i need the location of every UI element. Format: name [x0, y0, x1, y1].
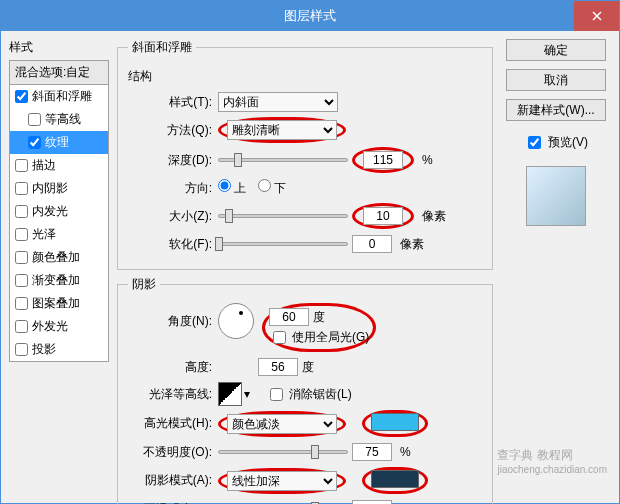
direction-up-radio[interactable] — [218, 179, 231, 192]
style-item-label: 外发光 — [32, 318, 68, 335]
ok-button[interactable]: 确定 — [506, 39, 606, 61]
soften-input[interactable] — [352, 235, 392, 253]
altitude-input[interactable] — [258, 358, 298, 376]
style-item-checkbox[interactable] — [15, 159, 28, 172]
new-style-button[interactable]: 新建样式(W)... — [506, 99, 606, 121]
shadow-opacity-input[interactable] — [352, 500, 392, 504]
technique-select[interactable]: 雕刻清晰 — [227, 120, 337, 140]
style-list-item[interactable]: 内发光 — [10, 200, 108, 223]
size-label: 大小(Z): — [128, 208, 218, 225]
style-list-item[interactable]: 光泽 — [10, 223, 108, 246]
style-item-checkbox[interactable] — [15, 228, 28, 241]
style-label: 样式(T): — [128, 94, 218, 111]
styles-group-label: 样式 — [9, 39, 109, 56]
altitude-label: 高度: — [128, 359, 218, 376]
highlight-opacity-label: 不透明度(O): — [128, 444, 218, 461]
technique-highlight: 雕刻清晰 — [218, 117, 346, 143]
size-slider[interactable] — [218, 214, 348, 218]
depth-unit: % — [422, 153, 433, 167]
style-item-checkbox[interactable] — [15, 251, 28, 264]
global-light-option[interactable]: 使用全局光(G) — [269, 328, 369, 347]
angle-highlight: 度 使用全局光(G) — [262, 303, 376, 352]
soften-slider[interactable] — [218, 242, 348, 246]
action-panel: 确定 取消 新建样式(W)... 预览(V) — [501, 39, 611, 495]
cancel-button[interactable]: 取消 — [506, 69, 606, 91]
direction-down-radio[interactable] — [258, 179, 271, 192]
shadow-mode-label: 阴影模式(A): — [128, 472, 218, 489]
highlight-color-swatch[interactable] — [371, 413, 419, 431]
style-item-checkbox[interactable] — [15, 297, 28, 310]
direction-down-option[interactable]: 下 — [258, 179, 286, 197]
style-list-item[interactable]: 颜色叠加 — [10, 246, 108, 269]
structure-label: 结构 — [128, 68, 482, 85]
size-input[interactable] — [363, 207, 403, 225]
shadow-mode-highlight: 线性加深 — [218, 468, 346, 494]
style-item-checkbox[interactable] — [28, 113, 41, 126]
highlight-mode-select[interactable]: 颜色减淡 — [227, 414, 337, 434]
style-item-label: 描边 — [32, 157, 56, 174]
direction-up-option[interactable]: 上 — [218, 179, 246, 197]
highlight-opacity-slider[interactable] — [218, 450, 348, 454]
layer-style-dialog: 图层样式 样式 混合选项:自定 斜面和浮雕等高线纹理描边内阴影内发光光泽颜色叠加… — [0, 0, 620, 504]
style-item-label: 斜面和浮雕 — [32, 88, 92, 105]
style-item-checkbox[interactable] — [15, 343, 28, 356]
styles-panel: 样式 混合选项:自定 斜面和浮雕等高线纹理描边内阴影内发光光泽颜色叠加渐变叠加图… — [9, 39, 109, 495]
technique-label: 方法(Q): — [128, 122, 218, 139]
depth-slider[interactable] — [218, 158, 348, 162]
style-item-checkbox[interactable] — [15, 274, 28, 287]
style-list-item[interactable]: 内阴影 — [10, 177, 108, 200]
style-list-item[interactable]: 渐变叠加 — [10, 269, 108, 292]
style-list-item[interactable]: 等高线 — [10, 108, 108, 131]
style-item-checkbox[interactable] — [15, 90, 28, 103]
preview-checkbox[interactable] — [528, 136, 541, 149]
style-list-item[interactable]: 图案叠加 — [10, 292, 108, 315]
style-item-label: 内阴影 — [32, 180, 68, 197]
style-item-label: 等高线 — [45, 111, 81, 128]
style-item-checkbox[interactable] — [15, 182, 28, 195]
titlebar: 图层样式 — [1, 1, 619, 31]
settings-panel: 斜面和浮雕 结构 样式(T): 内斜面 方法(Q): 雕刻清晰 深度( — [117, 39, 493, 495]
close-button[interactable] — [574, 1, 619, 31]
style-item-label: 投影 — [32, 341, 56, 358]
direction-label: 方向: — [128, 180, 218, 197]
size-highlight — [352, 203, 414, 229]
blend-options-header[interactable]: 混合选项:自定 — [10, 60, 108, 85]
shadow-mode-select[interactable]: 线性加深 — [227, 471, 337, 491]
soften-label: 软化(F): — [128, 236, 218, 253]
angle-input[interactable] — [269, 308, 309, 326]
highlight-opacity-unit: % — [400, 445, 411, 459]
style-list-item[interactable]: 斜面和浮雕 — [10, 85, 108, 108]
highlight-mode-highlight: 颜色减淡 — [218, 411, 346, 437]
window-title: 图层样式 — [284, 7, 336, 25]
bevel-emboss-group: 斜面和浮雕 结构 样式(T): 内斜面 方法(Q): 雕刻清晰 深度( — [117, 39, 493, 270]
style-item-checkbox[interactable] — [28, 136, 41, 149]
style-list-item[interactable]: 描边 — [10, 154, 108, 177]
preview-option[interactable]: 预览(V) — [524, 133, 588, 152]
highlight-mode-label: 高光模式(H): — [128, 415, 218, 432]
angle-unit: 度 — [313, 309, 325, 326]
highlight-color-highlight — [362, 410, 428, 437]
style-item-checkbox[interactable] — [15, 205, 28, 218]
depth-label: 深度(D): — [128, 152, 218, 169]
style-list-item[interactable]: 纹理 — [10, 131, 108, 154]
gloss-contour-picker[interactable] — [218, 382, 242, 406]
angle-label: 角度(N): — [128, 303, 218, 330]
shadow-color-swatch[interactable] — [371, 470, 419, 488]
highlight-opacity-input[interactable] — [352, 443, 392, 461]
angle-dial[interactable] — [218, 303, 254, 339]
preview-thumbnail — [526, 166, 586, 226]
antialias-checkbox[interactable] — [270, 388, 283, 401]
shading-label: 阴影 — [128, 276, 160, 293]
style-list-item[interactable]: 投影 — [10, 338, 108, 361]
style-item-label: 渐变叠加 — [32, 272, 80, 289]
style-list-item[interactable]: 外发光 — [10, 315, 108, 338]
shading-group: 阴影 角度(N): 度 使用全局光(G) — [117, 276, 493, 504]
style-select[interactable]: 内斜面 — [218, 92, 338, 112]
antialias-option[interactable]: 消除锯齿(L) — [266, 385, 352, 404]
altitude-unit: 度 — [302, 359, 314, 376]
depth-input[interactable] — [363, 151, 403, 169]
global-light-checkbox[interactable] — [273, 331, 286, 344]
style-item-checkbox[interactable] — [15, 320, 28, 333]
chevron-down-icon[interactable]: ▾ — [244, 387, 250, 401]
style-item-label: 纹理 — [45, 134, 69, 151]
